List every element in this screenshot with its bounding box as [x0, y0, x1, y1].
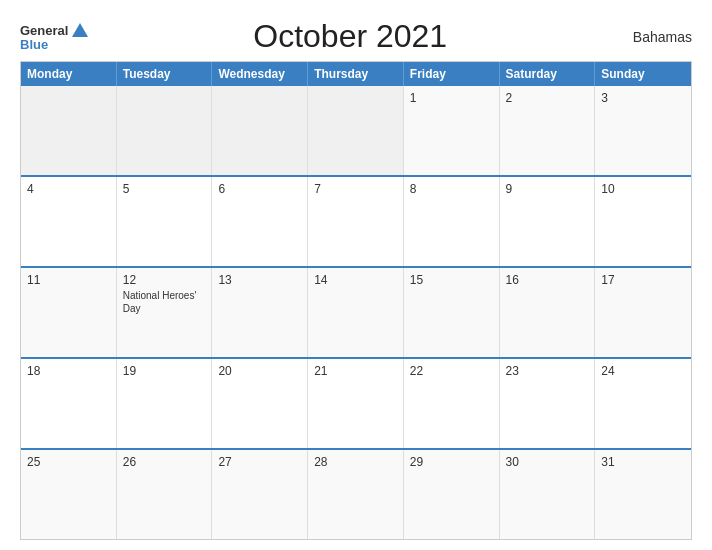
day-number: 4	[27, 182, 110, 196]
cal-cell: 4	[21, 177, 117, 266]
cal-cell: 22	[404, 359, 500, 448]
calendar-week-4: 18192021222324	[21, 357, 691, 448]
cal-cell: 8	[404, 177, 500, 266]
cal-cell: 7	[308, 177, 404, 266]
day-number: 18	[27, 364, 110, 378]
day-number: 16	[506, 273, 589, 287]
cal-cell: 28	[308, 450, 404, 539]
cal-cell: 29	[404, 450, 500, 539]
header-tuesday: Tuesday	[117, 62, 213, 86]
calendar-body: 123456789101112National Heroes' Day13141…	[21, 86, 691, 539]
header-sunday: Sunday	[595, 62, 691, 86]
cal-cell: 17	[595, 268, 691, 357]
cal-cell: 1	[404, 86, 500, 175]
cal-cell: 26	[117, 450, 213, 539]
cal-cell: 25	[21, 450, 117, 539]
calendar-week-3: 1112National Heroes' Day1314151617	[21, 266, 691, 357]
cal-cell	[212, 86, 308, 175]
cal-cell: 9	[500, 177, 596, 266]
day-number: 12	[123, 273, 206, 287]
header-wednesday: Wednesday	[212, 62, 308, 86]
calendar-header: Monday Tuesday Wednesday Thursday Friday…	[21, 62, 691, 86]
calendar-week-5: 25262728293031	[21, 448, 691, 539]
logo-triangle-icon	[72, 23, 88, 37]
day-number: 17	[601, 273, 685, 287]
country-label: Bahamas	[612, 29, 692, 45]
header-saturday: Saturday	[500, 62, 596, 86]
cal-cell: 3	[595, 86, 691, 175]
cal-cell: 24	[595, 359, 691, 448]
cal-cell	[21, 86, 117, 175]
header-monday: Monday	[21, 62, 117, 86]
day-number: 6	[218, 182, 301, 196]
event-label: National Heroes' Day	[123, 289, 206, 315]
cal-cell: 30	[500, 450, 596, 539]
month-title: October 2021	[88, 18, 612, 55]
cal-cell: 14	[308, 268, 404, 357]
cal-cell: 16	[500, 268, 596, 357]
cal-cell: 11	[21, 268, 117, 357]
day-number: 8	[410, 182, 493, 196]
day-number: 26	[123, 455, 206, 469]
day-number: 13	[218, 273, 301, 287]
day-number: 30	[506, 455, 589, 469]
cal-cell: 23	[500, 359, 596, 448]
day-number: 20	[218, 364, 301, 378]
day-number: 15	[410, 273, 493, 287]
day-number: 24	[601, 364, 685, 378]
day-number: 2	[506, 91, 589, 105]
cal-cell: 6	[212, 177, 308, 266]
cal-cell: 18	[21, 359, 117, 448]
day-number: 28	[314, 455, 397, 469]
day-number: 11	[27, 273, 110, 287]
header-friday: Friday	[404, 62, 500, 86]
logo: General Blue	[20, 23, 88, 51]
day-number: 5	[123, 182, 206, 196]
top-bar: General Blue October 2021 Bahamas	[20, 18, 692, 55]
day-number: 31	[601, 455, 685, 469]
day-number: 29	[410, 455, 493, 469]
cal-cell: 10	[595, 177, 691, 266]
calendar-week-1: 123	[21, 86, 691, 175]
cal-cell: 27	[212, 450, 308, 539]
day-number: 9	[506, 182, 589, 196]
calendar: Monday Tuesday Wednesday Thursday Friday…	[20, 61, 692, 540]
header-thursday: Thursday	[308, 62, 404, 86]
calendar-week-2: 45678910	[21, 175, 691, 266]
cal-cell	[308, 86, 404, 175]
cal-cell: 15	[404, 268, 500, 357]
cal-cell: 2	[500, 86, 596, 175]
cal-cell: 31	[595, 450, 691, 539]
day-number: 10	[601, 182, 685, 196]
cal-cell: 21	[308, 359, 404, 448]
cal-cell: 19	[117, 359, 213, 448]
cal-cell: 13	[212, 268, 308, 357]
cal-cell: 20	[212, 359, 308, 448]
day-number: 23	[506, 364, 589, 378]
day-number: 1	[410, 91, 493, 105]
calendar-page: General Blue October 2021 Bahamas Monday…	[0, 0, 712, 550]
day-number: 3	[601, 91, 685, 105]
day-number: 19	[123, 364, 206, 378]
day-number: 7	[314, 182, 397, 196]
day-number: 27	[218, 455, 301, 469]
day-number: 14	[314, 273, 397, 287]
day-number: 22	[410, 364, 493, 378]
day-number: 25	[27, 455, 110, 469]
cal-cell: 12National Heroes' Day	[117, 268, 213, 357]
cal-cell: 5	[117, 177, 213, 266]
cal-cell	[117, 86, 213, 175]
day-number: 21	[314, 364, 397, 378]
logo-general-text: General	[20, 24, 68, 37]
logo-blue-text: Blue	[20, 38, 48, 51]
